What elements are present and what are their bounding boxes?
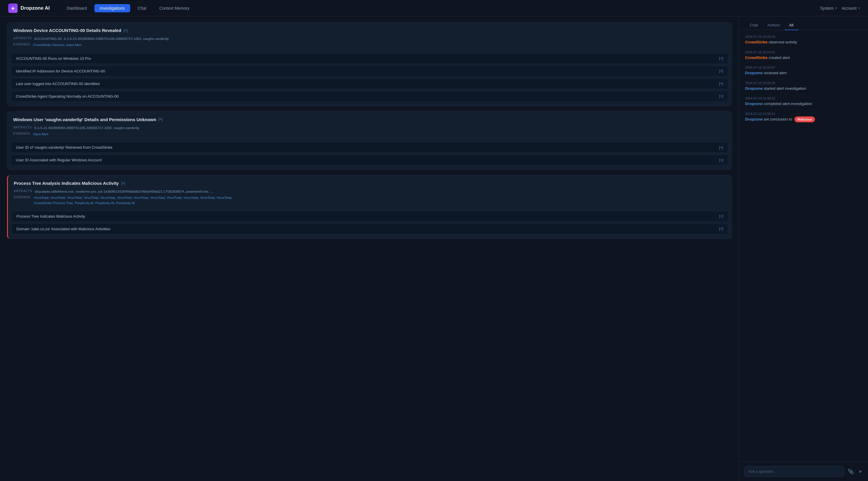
- sub-item-1[interactable]: Domain 'zakk.co.za' Associated with Mali…: [11, 223, 728, 234]
- sub-item-text: ACCOUNTING-00 Runs on Windows 10 Pro: [16, 56, 91, 61]
- ev-vt4[interactable]: VirusTotal: [84, 196, 98, 200]
- evidence-link-input-alert[interactable]: Input Alert: [66, 43, 82, 47]
- activity-time: 2024-07-10 10:25:07: [745, 66, 862, 69]
- sub-item-0[interactable]: Process Tree Indicates Malicious Activit…: [11, 211, 728, 222]
- nav-right: System ▾ Account ▾: [820, 6, 860, 10]
- sub-item-expand-icon[interactable]: [+]: [719, 158, 723, 162]
- sub-item-text: Domain 'zakk.co.za' Associated with Mali…: [17, 227, 110, 231]
- sub-item-expand-icon[interactable]: [+]: [719, 56, 723, 60]
- ev-vt1[interactable]: VirusTotal: [34, 196, 49, 200]
- artifacts-row: ARTIFACTS disputants-stiftsfrkens.exe, n…: [14, 189, 726, 194]
- sub-item-expand-icon[interactable]: [+]: [719, 214, 723, 218]
- evidence-row: EVIDENCE CrowdStrike Devices, Input Aler…: [13, 42, 726, 48]
- sub-item-1[interactable]: User ID Associated with Regular Windows …: [11, 155, 728, 166]
- ev-perplexity1[interactable]: Perplexity AI: [75, 201, 94, 205]
- attach-button[interactable]: 📎: [846, 468, 855, 475]
- sub-item-expand-icon[interactable]: [+]: [719, 69, 723, 73]
- nav-item-chat[interactable]: Chat: [132, 4, 152, 12]
- sub-item-0[interactable]: ACCOUNTING-00 Runs on Windows 10 Pro [+]: [11, 53, 728, 64]
- sub-item-expand-icon[interactable]: [+]: [719, 227, 723, 231]
- ev-vt6[interactable]: VirusTotal: [117, 196, 131, 200]
- evidence-value: CrowdStrike Devices, Input Alert: [33, 42, 82, 48]
- system-chevron-icon: ▾: [835, 6, 837, 10]
- activity-action: observed activity: [769, 40, 797, 44]
- activity-time: 2024-07-10 10:24:33: [745, 35, 862, 38]
- activity-item-3: 2024-07-10 10:25:09 Dropzone started ale…: [745, 81, 862, 91]
- ev-vt7[interactable]: VirusTotal: [133, 196, 148, 200]
- actor-dropzone: Dropzone: [745, 86, 763, 91]
- activity-action: completed alert investigation: [764, 101, 812, 106]
- send-button[interactable]: ➤: [857, 468, 863, 475]
- ev-cstree[interactable]: CrowdStrike Process Tree: [34, 201, 73, 205]
- activity-text: Dropzone received alert: [745, 70, 862, 76]
- sub-item-text: User ID of 'vaughn.vanderlip' Retrieved …: [16, 145, 112, 150]
- system-menu[interactable]: System ▾: [820, 6, 837, 10]
- left-panel: Windows Device ACCOUNTING-00 Details Rev…: [0, 17, 739, 481]
- ev-vt12[interactable]: VirusTotal: [217, 196, 231, 200]
- card-title: Windows User 'vaughn.vanderlip' Details …: [13, 117, 726, 122]
- ev-perplexity3[interactable]: Perplexity AI: [116, 201, 135, 205]
- artifacts-value: S-1-5-21-942869069-2988701106-206655727-…: [34, 125, 139, 130]
- evidence-value: VirusTotal, VirusTotal, VirusTotal, Viru…: [34, 196, 232, 206]
- activity-text: CrowdStrike created alert: [745, 55, 862, 61]
- sub-item-1[interactable]: Identified IP Addresses for Device ACCOU…: [11, 66, 728, 77]
- nav-item-dashboard[interactable]: Dashboard: [61, 4, 92, 12]
- logo: ◈ Dropzone AI: [8, 3, 50, 13]
- ev-vt5[interactable]: VirusTotal: [100, 196, 115, 200]
- chat-input[interactable]: [744, 466, 844, 477]
- sub-item-expand-icon[interactable]: [+]: [719, 94, 723, 98]
- activity-item-2: 2024-07-10 10:25:07 Dropzone received al…: [745, 66, 862, 76]
- card-meta: ARTIFACTS ACCOUNTING-00, S-1-5-21-942869…: [7, 35, 732, 53]
- actor-crowdstrike: CrowdStrike: [745, 55, 768, 60]
- card-items: User ID of 'vaughn.vanderlip' Retrieved …: [7, 142, 732, 170]
- card-expand-button[interactable]: [+]: [159, 117, 163, 121]
- evidence-link-input-alert[interactable]: Input Alert: [33, 132, 49, 136]
- artifacts-value: ACCOUNTING-00, S-1-5-21-942869069-298870…: [34, 36, 168, 41]
- evidence-link-crowdstrike[interactable]: CrowdStrike Devices: [33, 43, 64, 47]
- sub-item-expand-icon[interactable]: [+]: [719, 146, 723, 150]
- ev-vt9[interactable]: VirusTotal: [167, 196, 182, 200]
- sub-item-3[interactable]: CrowdStrike Agent Operating Normally on …: [11, 91, 728, 102]
- tab-all[interactable]: All: [784, 21, 798, 30]
- ev-vt2[interactable]: VirusTotal: [51, 196, 65, 200]
- artifacts-label: ARTIFACTS: [14, 189, 32, 193]
- card-expand-button[interactable]: [+]: [124, 28, 128, 33]
- card-expand-button[interactable]: [+]: [121, 181, 125, 185]
- evidence-value: Input Alert: [33, 132, 49, 137]
- activity-time: 2024-07-10 10:30:12: [745, 96, 862, 100]
- card-title-text: Windows Device ACCOUNTING-00 Details Rev…: [13, 28, 121, 33]
- malicious-badge: Malicious: [795, 116, 815, 123]
- tab-chat[interactable]: Chat: [745, 21, 763, 30]
- ev-vt3[interactable]: VirusTotal: [67, 196, 82, 200]
- activity-text: Dropzone started alert investigation: [745, 86, 862, 91]
- ev-perplexity2[interactable]: Perplexity AI: [95, 201, 114, 205]
- ev-vt10[interactable]: VirusTotal: [183, 196, 198, 200]
- navigation: ◈ Dropzone AI Dashboard Investigations C…: [0, 0, 868, 17]
- sub-item-0[interactable]: User ID of 'vaughn.vanderlip' Retrieved …: [11, 142, 728, 153]
- sub-item-2[interactable]: Last user logged into ACCOUNTING-00 iden…: [11, 78, 728, 89]
- nav-item-investigations[interactable]: Investigations: [94, 4, 130, 12]
- card-user-details: Windows User 'vaughn.vanderlip' Details …: [7, 112, 732, 170]
- sub-item-text: Identified IP Addresses for Device ACCOU…: [16, 69, 105, 73]
- activity-text: Dropzone set conclusion to Malicious: [745, 116, 862, 123]
- card-meta: ARTIFACTS S-1-5-21-942869069-2988701106-…: [7, 124, 732, 142]
- activity-item-4: 2024-07-10 10:30:12 Dropzone completed a…: [745, 96, 862, 107]
- activity-action: received alert: [764, 71, 787, 75]
- tab-actions[interactable]: Actions: [763, 21, 784, 30]
- activity-time: 2024-07-10 10:30:12: [745, 112, 862, 116]
- sub-item-text: Process Tree Indicates Malicious Activit…: [17, 214, 85, 218]
- logo-text: Dropzone AI: [21, 5, 50, 11]
- artifacts-label: ARTIFACTS: [13, 37, 32, 40]
- nav-item-context-memory[interactable]: Context Memory: [154, 4, 195, 12]
- evidence-label: EVIDENCE: [14, 196, 31, 199]
- activity-text: Dropzone completed alert investigation: [745, 101, 862, 107]
- evidence-row: EVIDENCE VirusTotal, VirusTotal, VirusTo…: [14, 196, 726, 206]
- ev-vt11[interactable]: VirusTotal: [200, 196, 215, 200]
- artifacts-value: disputants-stiftsfrkens.exe, newfarmn.pr…: [35, 189, 213, 194]
- main-layout: Windows Device ACCOUNTING-00 Details Rev…: [0, 17, 868, 481]
- ev-vt8[interactable]: VirusTotal: [150, 196, 165, 200]
- sub-item-expand-icon[interactable]: [+]: [719, 82, 723, 86]
- artifacts-label: ARTIFACTS: [13, 126, 32, 129]
- account-menu[interactable]: Account ▾: [842, 6, 860, 10]
- sub-item-text: User ID Associated with Regular Windows …: [16, 158, 102, 162]
